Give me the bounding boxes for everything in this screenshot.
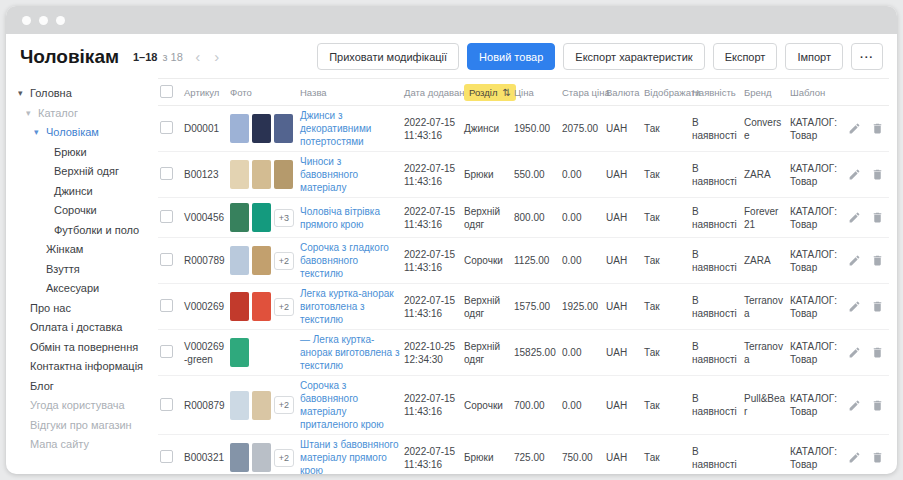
sidebar-item-contact-info[interactable]: Контактна інформація bbox=[6, 357, 156, 377]
product-thumbnail[interactable] bbox=[252, 160, 271, 189]
product-thumbnail[interactable] bbox=[230, 246, 249, 275]
product-thumbnail[interactable] bbox=[252, 246, 271, 275]
product-thumbnail[interactable] bbox=[252, 391, 271, 420]
product-thumbnail[interactable] bbox=[252, 114, 271, 143]
chevron-down-icon[interactable]: ▾ bbox=[18, 84, 23, 104]
product-name-link[interactable]: Джинси з декоративними потертостями bbox=[300, 109, 400, 148]
more-photos-badge[interactable]: +3 bbox=[274, 209, 294, 227]
edit-icon[interactable] bbox=[848, 254, 862, 268]
sidebar-item-store-reviews[interactable]: Відгуки про магазин bbox=[6, 416, 156, 436]
column-header-availability[interactable]: Наявність bbox=[692, 87, 744, 98]
window-control-close[interactable] bbox=[22, 16, 31, 25]
delete-icon[interactable] bbox=[871, 254, 885, 268]
product-thumbnail[interactable] bbox=[230, 203, 249, 232]
column-header-currency[interactable]: Валюта bbox=[606, 87, 644, 98]
sidebar-item-blog[interactable]: Блог bbox=[6, 377, 156, 397]
sidebar-item-sitemap[interactable]: Мапа сайту bbox=[6, 435, 156, 455]
sidebar-item-catalog[interactable]: ▾Каталог bbox=[6, 104, 156, 124]
product-thumbnail[interactable] bbox=[252, 443, 271, 472]
product-name-link[interactable]: Сорочка з бавовняного матеріалу притален… bbox=[300, 379, 400, 431]
product-name-link[interactable]: Сорочка з гладкого бавовняного текстилю bbox=[300, 241, 400, 280]
row-checkbox[interactable] bbox=[160, 121, 173, 134]
more-photos-badge[interactable]: +2 bbox=[274, 449, 294, 467]
sidebar-item-men[interactable]: ▾Чоловікам bbox=[6, 123, 156, 143]
product-thumbnail[interactable] bbox=[252, 292, 271, 321]
column-header-brand[interactable]: Бренд bbox=[744, 87, 790, 98]
column-header-display[interactable]: Відображати bbox=[644, 87, 692, 98]
column-header-article[interactable]: Артикул bbox=[184, 87, 230, 98]
delete-icon[interactable] bbox=[871, 451, 885, 465]
more-photos-badge[interactable]: +2 bbox=[274, 252, 294, 270]
column-header-price[interactable]: Ціна bbox=[514, 87, 562, 98]
sidebar-item-tshirts-polo[interactable]: Футболки и поло bbox=[6, 221, 156, 241]
product-name-link[interactable]: Штани з бавовняного матеріалу прямого кр… bbox=[300, 438, 400, 474]
product-thumbnail[interactable] bbox=[230, 391, 249, 420]
more-photos-badge[interactable]: +2 bbox=[274, 298, 294, 316]
row-checkbox[interactable] bbox=[160, 210, 173, 223]
product-thumbnail[interactable] bbox=[274, 114, 293, 143]
edit-icon[interactable] bbox=[848, 346, 862, 360]
delete-icon[interactable] bbox=[871, 211, 885, 225]
select-all-checkbox[interactable] bbox=[160, 85, 173, 98]
column-header-old-price[interactable]: Стара ціна bbox=[562, 87, 606, 98]
export-characteristics-button[interactable]: Експорт характеристик bbox=[563, 43, 704, 70]
sidebar-item-women[interactable]: Жінкам bbox=[6, 240, 156, 260]
edit-icon[interactable] bbox=[848, 300, 862, 314]
row-checkbox[interactable] bbox=[160, 398, 173, 411]
product-thumbnail[interactable] bbox=[230, 443, 249, 472]
export-button[interactable]: Експорт bbox=[713, 43, 778, 70]
chevron-down-icon[interactable]: ▾ bbox=[34, 123, 39, 143]
product-name-link[interactable]: Чиноси з бавовняного матеріалу bbox=[300, 155, 400, 194]
edit-icon[interactable] bbox=[848, 398, 862, 412]
window-control-minimize[interactable] bbox=[39, 16, 48, 25]
product-name-link[interactable]: — Легка куртка-анорак виготовлена з текс… bbox=[300, 333, 400, 372]
row-checkbox[interactable] bbox=[160, 450, 173, 463]
sidebar-item-jeans[interactable]: Джинси bbox=[6, 182, 156, 202]
pagination-next-button[interactable]: › bbox=[209, 48, 225, 66]
pagination-prev-button[interactable]: ‹ bbox=[190, 48, 206, 66]
sidebar-item-payment-delivery[interactable]: Оплата і доставка bbox=[6, 318, 156, 338]
edit-icon[interactable] bbox=[848, 168, 862, 182]
sidebar-item-accessories[interactable]: Аксесуари bbox=[6, 279, 156, 299]
sidebar-item-pants[interactable]: Брюки bbox=[6, 143, 156, 163]
more-photos-badge[interactable]: +2 bbox=[274, 396, 294, 414]
edit-icon[interactable] bbox=[848, 451, 862, 465]
sidebar-item-outerwear[interactable]: Верхній одяг bbox=[6, 162, 156, 182]
product-thumbnail[interactable] bbox=[252, 203, 271, 232]
delete-icon[interactable] bbox=[871, 122, 885, 136]
edit-icon[interactable] bbox=[848, 211, 862, 225]
column-header-photo[interactable]: Фото bbox=[230, 87, 300, 98]
column-header-name[interactable]: Назва bbox=[300, 87, 404, 98]
delete-icon[interactable] bbox=[871, 168, 885, 182]
new-product-button[interactable]: Новий товар bbox=[467, 43, 555, 70]
sidebar-item-user-agreement[interactable]: Угода користувача bbox=[6, 396, 156, 416]
chevron-down-icon[interactable]: ▾ bbox=[26, 104, 31, 124]
delete-icon[interactable] bbox=[871, 346, 885, 360]
sidebar-item-home[interactable]: ▾Головна bbox=[6, 84, 156, 104]
column-header-template[interactable]: Шаблон bbox=[790, 87, 846, 98]
row-checkbox[interactable] bbox=[160, 167, 173, 180]
row-checkbox[interactable] bbox=[160, 345, 173, 358]
product-thumbnail[interactable] bbox=[230, 114, 249, 143]
product-thumbnail[interactable] bbox=[230, 160, 249, 189]
column-header-date-added[interactable]: Дата додавання bbox=[404, 87, 464, 98]
product-thumbnail[interactable] bbox=[274, 160, 293, 189]
column-header-section[interactable]: Розділ⇅ bbox=[464, 84, 514, 101]
sidebar-item-exchange-return[interactable]: Обмін та повернення bbox=[6, 338, 156, 358]
product-thumbnail[interactable] bbox=[230, 338, 249, 367]
row-checkbox[interactable] bbox=[160, 253, 173, 266]
sort-icon[interactable]: ⇅ bbox=[502, 87, 510, 98]
product-name-link[interactable]: Легка куртка-анорак виготовлена з тексти… bbox=[300, 287, 400, 326]
product-thumbnail[interactable] bbox=[230, 292, 249, 321]
delete-icon[interactable] bbox=[871, 398, 885, 412]
delete-icon[interactable] bbox=[871, 300, 885, 314]
product-name-link[interactable]: Чоловіча вітрівка прямого крою bbox=[300, 205, 400, 231]
edit-icon[interactable] bbox=[848, 122, 862, 136]
import-button[interactable]: Імпорт bbox=[785, 43, 843, 70]
sidebar-item-shoes[interactable]: Взуття bbox=[6, 260, 156, 280]
sidebar-item-about[interactable]: Про нас bbox=[6, 299, 156, 319]
more-button[interactable]: ··· bbox=[851, 43, 883, 70]
sidebar-item-shirts[interactable]: Сорочки bbox=[6, 201, 156, 221]
row-checkbox[interactable] bbox=[160, 299, 173, 312]
window-control-maximize[interactable] bbox=[56, 16, 65, 25]
